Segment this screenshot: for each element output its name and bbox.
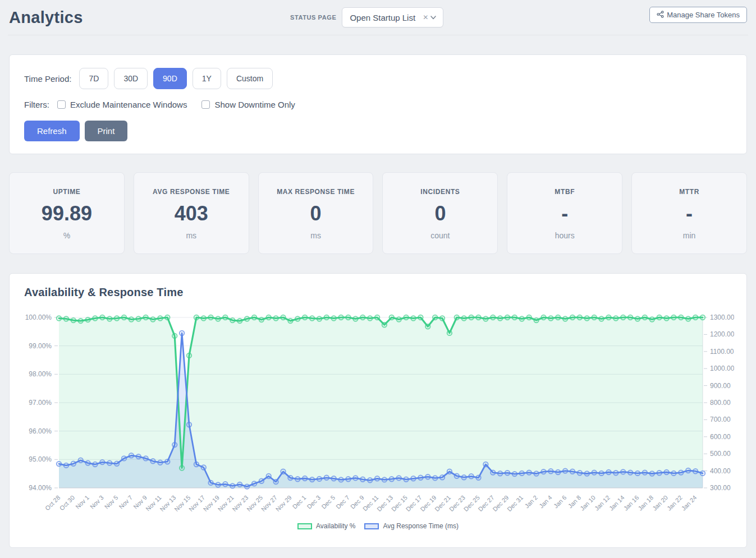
checkbox-label: Exclude Maintenance Windows (70, 100, 187, 109)
time-period-button-7d[interactable]: 7D (79, 68, 108, 89)
manage-share-tokens-label: Manage Share Tokens (667, 11, 740, 19)
metric-card-avg-response-time: AVG RESPONSE TIME403ms (134, 172, 249, 254)
svg-text:100.00%: 100.00% (25, 313, 52, 321)
page-title: Analytics (9, 8, 83, 27)
chart-area: 100.00%99.00%98.00%97.00%96.00%95.00%94.… (24, 305, 732, 521)
svg-text:Jan 22: Jan 22 (666, 494, 684, 512)
svg-text:1100.00: 1100.00 (710, 348, 734, 356)
metric-label: INCIDENTS (383, 188, 497, 196)
svg-text:94.00%: 94.00% (29, 484, 52, 492)
metric-value: - (632, 202, 746, 225)
filter-checkboxes: Exclude Maintenance WindowsShow Downtime… (57, 100, 310, 109)
svg-text:Dec 5: Dec 5 (320, 494, 336, 510)
legend-label: Availability % (316, 522, 355, 530)
legend-swatch (297, 523, 312, 529)
filter-checkbox-1[interactable]: Show Downtime Only (201, 100, 295, 109)
metric-unit: % (10, 231, 124, 240)
metric-unit: ms (134, 231, 249, 240)
svg-text:Nov 1: Nov 1 (74, 494, 90, 510)
svg-text:Jan 20: Jan 20 (651, 494, 669, 512)
legend-label: Avg Response Time (ms) (383, 522, 459, 530)
header: Analytics STATUS PAGE Open Startup List … (0, 0, 756, 35)
filter-panel: Time Period: 7D30D90D1YCustom Filters: E… (9, 54, 747, 154)
svg-text:Jan 10: Jan 10 (579, 494, 597, 512)
svg-text:95.00%: 95.00% (29, 455, 52, 463)
svg-text:600.00: 600.00 (710, 433, 731, 441)
svg-text:Jan 14: Jan 14 (608, 494, 626, 512)
status-page-label: STATUS PAGE (290, 14, 336, 21)
metric-label: MTTR (632, 188, 746, 196)
header-divider (8, 35, 748, 35)
svg-text:400.00: 400.00 (710, 467, 731, 475)
filters-label: Filters: (24, 100, 49, 109)
time-period-buttons: 7D30D90D1YCustom (79, 68, 273, 89)
svg-text:700.00: 700.00 (710, 416, 731, 423)
svg-text:Jan 24: Jan 24 (680, 494, 698, 512)
metric-label: MTBF (507, 188, 622, 196)
metric-value: - (507, 202, 622, 225)
svg-text:300.00: 300.00 (710, 484, 731, 492)
legend-item-response-time[interactable]: Avg Response Time (ms) (364, 522, 459, 530)
svg-text:Jan 12: Jan 12 (593, 494, 611, 512)
svg-text:1200.00: 1200.00 (710, 330, 734, 338)
svg-text:98.00%: 98.00% (29, 370, 52, 378)
svg-text:900.00: 900.00 (710, 382, 731, 390)
legend-item-availability[interactable]: Availability % (297, 522, 355, 530)
status-page-select[interactable]: Open Startup List ✕ (342, 7, 443, 27)
metrics-row: UPTIME99.89%AVG RESPONSE TIME403msMAX RE… (9, 172, 747, 254)
metric-label: MAX RESPONSE TIME (259, 188, 373, 196)
svg-text:99.00%: 99.00% (29, 342, 52, 350)
metric-value: 99.89 (10, 202, 124, 225)
metric-label: AVG RESPONSE TIME (134, 188, 249, 196)
svg-text:Dec 1: Dec 1 (291, 494, 308, 510)
svg-text:Nov 7: Nov 7 (117, 494, 134, 510)
chevron-down-icon[interactable] (429, 13, 437, 21)
time-period-button-30d[interactable]: 30D (114, 68, 148, 89)
svg-text:800.00: 800.00 (710, 399, 731, 407)
metric-card-max-response-time: MAX RESPONSE TIME0ms (258, 172, 374, 254)
checkbox-label: Show Downtime Only (214, 100, 295, 109)
svg-text:1000.00: 1000.00 (710, 365, 734, 372)
refresh-button[interactable]: Refresh (24, 121, 80, 141)
chart-legend: Availability %Avg Response Time (ms) (24, 522, 732, 530)
legend-swatch (364, 523, 379, 529)
svg-text:Jan 18: Jan 18 (636, 494, 654, 512)
svg-text:Nov 5: Nov 5 (103, 494, 120, 510)
filter-checkbox-0[interactable]: Exclude Maintenance Windows (57, 100, 187, 109)
share-icon (657, 11, 664, 20)
manage-share-tokens-button[interactable]: Manage Share Tokens (649, 7, 747, 23)
metric-unit: hours (507, 231, 622, 240)
svg-text:Oct 30: Oct 30 (58, 494, 76, 511)
svg-text:Jan 6: Jan 6 (552, 494, 568, 510)
status-page-selected-value: Open Startup List (350, 13, 421, 22)
metric-label: UPTIME (10, 188, 124, 196)
checkbox-icon[interactable] (57, 100, 66, 109)
svg-text:Jan 4: Jan 4 (538, 494, 553, 510)
time-period-button-1y[interactable]: 1Y (193, 68, 221, 89)
metric-value: 0 (383, 202, 497, 225)
chart-title: Availability & Response Time (24, 286, 732, 299)
metric-value: 403 (134, 202, 249, 225)
svg-text:97.00%: 97.00% (29, 399, 52, 407)
svg-text:Dec 3: Dec 3 (306, 494, 322, 510)
svg-text:Jan 2: Jan 2 (523, 494, 539, 510)
svg-text:1300.00: 1300.00 (710, 313, 734, 321)
clear-selection-icon[interactable]: ✕ (421, 13, 429, 21)
checkbox-icon[interactable] (201, 100, 210, 109)
svg-text:Oct 28: Oct 28 (44, 494, 61, 511)
metric-unit: count (383, 231, 497, 240)
svg-text:Dec 7: Dec 7 (335, 494, 351, 510)
metric-value: 0 (259, 202, 373, 225)
time-period-label: Time Period: (24, 74, 71, 84)
metric-card-uptime: UPTIME99.89% (9, 172, 125, 254)
time-period-button-custom[interactable]: Custom (227, 68, 273, 89)
time-period-button-90d[interactable]: 90D (153, 68, 187, 89)
svg-text:Nov 3: Nov 3 (89, 494, 105, 510)
print-button[interactable]: Print (85, 121, 128, 141)
svg-text:96.00%: 96.00% (29, 427, 52, 435)
svg-text:Dec 31: Dec 31 (506, 494, 524, 513)
svg-text:500.00: 500.00 (710, 450, 731, 458)
svg-text:Jan 16: Jan 16 (622, 494, 640, 512)
metric-unit: min (632, 231, 746, 240)
metric-unit: ms (259, 231, 373, 240)
